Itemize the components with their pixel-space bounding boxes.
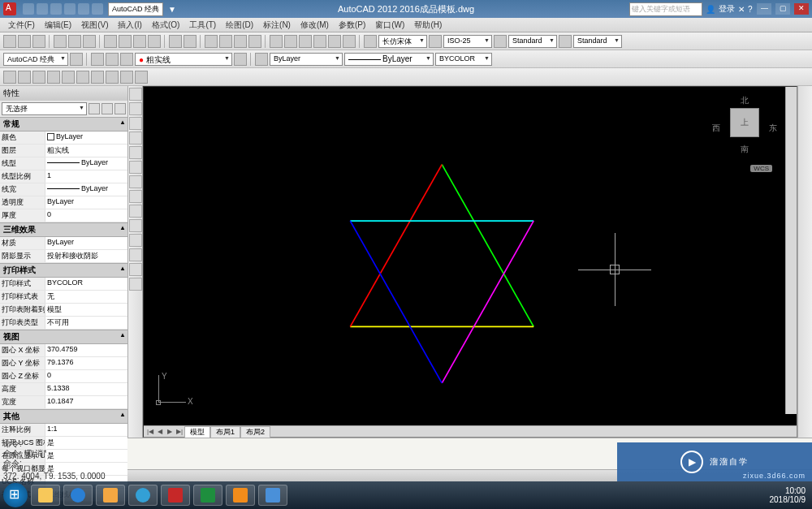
prop-row[interactable]: 高度5.1338: [0, 383, 127, 396]
dim-icon[interactable]: [429, 35, 442, 48]
prop-value[interactable]: 0: [45, 209, 127, 222]
quick-icon[interactable]: [102, 103, 113, 114]
table-icon[interactable]: [559, 35, 572, 48]
tab-first-icon[interactable]: |◀: [145, 428, 155, 435]
taskbar-calendar[interactable]: [226, 485, 255, 506]
filter-icon[interactable]: [114, 103, 126, 114]
dim-base-icon[interactable]: [120, 71, 133, 84]
exchange-icon[interactable]: ✕: [738, 5, 745, 14]
table-style-combo[interactable]: Standard: [573, 35, 622, 48]
mleader-icon[interactable]: [494, 35, 507, 48]
tab-layout2[interactable]: 布局2: [240, 426, 270, 438]
dim-ord-icon[interactable]: [47, 71, 60, 84]
line-icon[interactable]: [129, 88, 142, 101]
viewcube-south[interactable]: 南: [741, 144, 749, 155]
qat-save-icon[interactable]: [50, 3, 62, 15]
region-icon[interactable]: [129, 263, 142, 276]
rect-icon[interactable]: [129, 132, 142, 145]
print-icon[interactable]: [54, 35, 67, 48]
save-icon[interactable]: [32, 35, 45, 48]
prop-row[interactable]: 线型ByLayer: [0, 157, 127, 170]
selection-combo[interactable]: 无选择: [2, 102, 87, 115]
tab-prev-icon[interactable]: ◀: [155, 428, 165, 435]
bylayer-icon[interactable]: [255, 53, 268, 66]
match-icon[interactable]: [148, 35, 161, 48]
prop-row[interactable]: 打印样式BYCOLOR: [0, 278, 127, 291]
viewcube-west[interactable]: 西: [712, 123, 720, 134]
zoom-prev-icon[interactable]: [248, 35, 261, 48]
block-icon[interactable]: [129, 234, 142, 247]
workspace-combo2[interactable]: AutoCAD 经典: [3, 53, 68, 66]
pan-icon[interactable]: [205, 35, 218, 48]
markup-icon[interactable]: [328, 35, 341, 48]
hatch-icon[interactable]: [129, 205, 142, 218]
prop-value[interactable]: 1:1: [45, 424, 127, 436]
prop-row[interactable]: 宽度10.1847: [0, 396, 127, 409]
prop-row[interactable]: 线宽ByLayer: [0, 183, 127, 196]
prop-row[interactable]: 图层粗实线: [0, 145, 127, 157]
menu-insert[interactable]: 插入(I): [113, 19, 146, 31]
help-icon[interactable]: ?: [748, 5, 753, 14]
drawing-area[interactable]: 北 西 上 东 南 WCS Y X |◀ ◀ ▶ ▶| 模型 布局1 布局2: [143, 86, 797, 438]
qat-open-icon[interactable]: [37, 3, 48, 15]
menu-tools[interactable]: 工具(T): [184, 19, 221, 31]
style-combo[interactable]: Standard: [508, 35, 557, 48]
wcs-badge[interactable]: WCS: [750, 165, 772, 172]
prop-row[interactable]: 圆心 Y 坐标79.1376: [0, 357, 127, 370]
menu-modify[interactable]: 修改(M): [296, 19, 334, 31]
login-label[interactable]: 登录: [719, 3, 735, 15]
help-search-input[interactable]: 键入关键字或短语: [629, 2, 702, 16]
menu-param[interactable]: 参数(P): [334, 19, 370, 31]
font-combo[interactable]: 长仿宋体: [378, 35, 427, 48]
wipeout-icon[interactable]: [129, 278, 142, 291]
prop-row[interactable]: 线型比例1: [0, 170, 127, 183]
menu-dim[interactable]: 标注(N): [258, 19, 296, 31]
gear-icon[interactable]: [70, 53, 83, 66]
open-icon[interactable]: [18, 35, 31, 48]
menu-view[interactable]: 视图(V): [76, 19, 113, 31]
menu-format[interactable]: 格式(O): [147, 19, 184, 31]
dim-tol-icon[interactable]: [135, 71, 148, 84]
redo-icon[interactable]: [184, 35, 197, 48]
dim-linear-icon[interactable]: [3, 71, 16, 84]
dim-rad-icon[interactable]: [62, 71, 75, 84]
layers-icon[interactable]: [91, 53, 104, 66]
qat-undo-icon[interactable]: [64, 3, 76, 15]
pline-icon[interactable]: [129, 102, 142, 115]
prop-value[interactable]: 无: [45, 291, 127, 303]
system-tray[interactable]: 10:00 2018/10/9: [770, 486, 810, 504]
color-combo[interactable]: ByLayer: [270, 53, 343, 66]
layer-freeze-icon[interactable]: [120, 53, 133, 66]
user-icon[interactable]: 👤: [706, 5, 715, 14]
prop-row[interactable]: 圆心 X 坐标370.4759: [0, 344, 127, 357]
cut-icon[interactable]: [104, 35, 117, 48]
prop-value[interactable]: ByLayer: [45, 237, 127, 249]
taskbar-folder[interactable]: [96, 485, 125, 506]
layer-next-icon[interactable]: [234, 53, 247, 66]
designcenter-icon[interactable]: [284, 35, 297, 48]
dimstyle-combo[interactable]: ISO-25: [443, 35, 492, 48]
maximize-button[interactable]: ▢: [775, 3, 790, 15]
close-button[interactable]: ✕: [794, 3, 809, 15]
prop-row[interactable]: 厚度0: [0, 209, 127, 222]
ellipse-icon[interactable]: [129, 190, 142, 203]
viewcube-top[interactable]: 上: [730, 108, 759, 137]
props-icon[interactable]: [270, 35, 283, 48]
linetype-combo[interactable]: ByLayer: [344, 53, 434, 66]
combo-dropdown-icon[interactable]: ▼: [168, 5, 176, 14]
prop-value[interactable]: 79.1376: [45, 357, 127, 369]
prop-row[interactable]: 圆心 Z 坐标0: [0, 370, 127, 383]
workspace-combo[interactable]: AutoCAD 经典: [108, 2, 163, 16]
prop-row[interactable]: 打印表附着到模型: [0, 304, 127, 317]
prop-row[interactable]: 阴影显示投射和接收阴影: [0, 250, 127, 263]
prop-value[interactable]: 370.4759: [45, 344, 127, 356]
prop-value[interactable]: ByLayer: [45, 132, 127, 144]
taskbar-ie[interactable]: [63, 485, 93, 506]
prop-value[interactable]: ByLayer: [45, 196, 127, 209]
qat-print-icon[interactable]: [92, 3, 103, 15]
app-logo[interactable]: [3, 2, 16, 15]
prop-section-header[interactable]: 三维效果: [0, 222, 127, 237]
viewcube-north[interactable]: 北: [741, 95, 749, 106]
dim-arc-icon[interactable]: [32, 71, 45, 84]
prop-value[interactable]: 0: [45, 370, 127, 382]
